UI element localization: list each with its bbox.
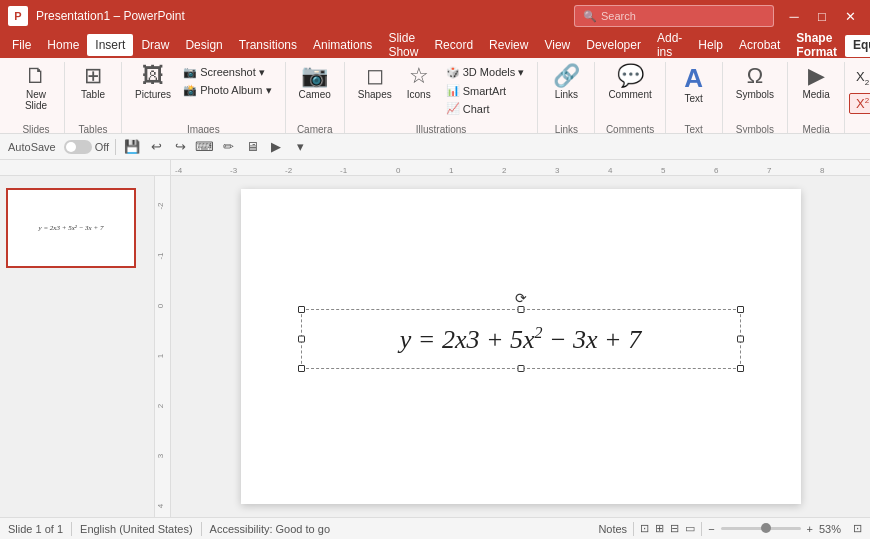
ribbon-3dmodels-button[interactable]: 🎲 3D Models ▾ [441,64,530,81]
ribbon-subscript-button[interactable]: X2 Subscript [849,66,870,90]
autosave-state: Off [95,141,109,153]
ribbon-shapes-button[interactable]: ◻ Shapes [353,62,397,122]
svg-text:-1: -1 [156,252,165,260]
menu-addins[interactable]: Add-ins [649,34,690,56]
ribbon-superscript-button[interactable]: X2 Superscript [849,93,870,114]
ribbon-media-button[interactable]: ▶ Media [796,62,836,122]
ribbon-text-button[interactable]: A Text [674,62,714,122]
menu-shapeformat[interactable]: Shape Format [788,34,845,56]
cameo-icon: 📷 [301,65,328,87]
normal-view-icon[interactable]: ⊡ [640,522,649,535]
redo-button[interactable]: ↪ [170,137,190,157]
menu-view[interactable]: View [536,34,578,56]
ribbon-cameo-button[interactable]: 📷 Cameo [294,62,336,122]
zoom-slider[interactable] [721,527,801,530]
shapes-icon: ◻ [366,65,384,87]
fit-slide-button[interactable]: ⊡ [853,522,862,535]
presenter-view-icon[interactable]: ▭ [685,522,695,535]
menu-draw[interactable]: Draw [133,34,177,56]
svg-text:5: 5 [661,166,666,175]
handle-bottom-left[interactable] [298,365,305,372]
undo-button[interactable]: ↩ [146,137,166,157]
ribbon-comments-label: Comments [606,124,654,134]
menu-review[interactable]: Review [481,34,536,56]
pen-button[interactable]: ✏ [218,137,238,157]
screen-button[interactable]: 🖥 [242,137,262,157]
handle-middle-right[interactable] [737,336,744,343]
ribbon-symbols-button[interactable]: Ω Symbols [731,62,779,122]
ribbon-smartart-button[interactable]: 📊 SmartArt [441,82,530,99]
ribbon-comment-button[interactable]: 💬 Comment [603,62,656,122]
ribbon-tables-label: Tables [79,124,108,134]
status-sep-2 [201,522,202,536]
comment-icon: 💬 [617,65,644,87]
menu-slideshow[interactable]: Slide Show [380,34,426,56]
menu-help[interactable]: Help [690,34,731,56]
ribbon-chart-button[interactable]: 📈 Chart [441,100,530,117]
accessibility-info: Accessibility: Good to go [210,523,330,535]
handle-middle-left[interactable] [298,336,305,343]
equation-box[interactable]: ⟳ y = 2x3 + 5x2 − 3x + 7 [301,309,741,369]
handle-bottom-center[interactable] [517,365,524,372]
menu-insert[interactable]: Insert [87,34,133,56]
menu-record[interactable]: Record [426,34,481,56]
search-box[interactable]: 🔍 Search [574,5,774,27]
zoom-in-button[interactable]: + [807,523,813,535]
menu-transitions[interactable]: Transitions [231,34,305,56]
menu-developer[interactable]: Developer [578,34,649,56]
handle-bottom-right[interactable] [737,365,744,372]
svg-text:2: 2 [502,166,507,175]
slide-sorter-icon[interactable]: ⊞ [655,522,664,535]
menu-design[interactable]: Design [177,34,230,56]
ribbon-icons-button[interactable]: ☆ Icons [399,62,439,122]
app-logo: P [8,6,28,26]
notes-button[interactable]: Notes [598,523,627,535]
table-icon: ⊞ [84,65,102,87]
maximize-button[interactable]: □ [810,4,834,28]
ruler-h-svg: -4 -3 -2 -1 0 1 2 3 4 5 6 7 8 [175,160,870,176]
qa-dropdown[interactable]: ▾ [290,137,310,157]
screenshot-icon: 📷 [183,66,197,79]
ribbon-media-label: Media [802,124,829,134]
menu-home[interactable]: Home [39,34,87,56]
language-info: English (United States) [80,523,193,535]
svg-text:4: 4 [156,503,165,508]
menu-bar: File Home Insert Draw Design Transitions… [0,32,870,58]
handle-top-right[interactable] [737,306,744,313]
save-button[interactable]: 💾 [122,137,142,157]
slide-canvas[interactable]: ⟳ y = 2x3 + 5x2 − 3x + 7 [241,189,801,504]
rotate-handle[interactable]: ⟳ [515,290,527,306]
ribbon-group-camera: 📷 Cameo Camera [286,62,345,134]
ribbon-table-button[interactable]: ⊞ Table [73,62,113,122]
window-title: Presentation1 – PowerPoint [36,9,574,23]
handle-top-left[interactable] [298,306,305,313]
handle-top-center[interactable] [517,306,524,313]
svg-text:3: 3 [555,166,560,175]
customize-qa-button[interactable]: ⌨ [194,137,214,157]
ribbon-slides-label: Slides [22,124,49,134]
status-sep-1 [71,522,72,536]
ribbon-screenshot-button[interactable]: 📷 Screenshot ▾ [178,64,276,81]
present-button[interactable]: ▶ [266,137,286,157]
menu-equation[interactable]: Equation [845,35,870,57]
slide-thumbnail-1[interactable]: y = 2x3 + 5x² − 3x + 7 [6,188,136,268]
svg-text:-2: -2 [285,166,293,175]
menu-file[interactable]: File [4,34,39,56]
menu-acrobat[interactable]: Acrobat [731,34,788,56]
autosave-toggle[interactable]: Off [64,140,109,154]
menu-animations[interactable]: Animations [305,34,380,56]
close-button[interactable]: ✕ [838,4,862,28]
ribbon-group-text: A Text Text [666,62,723,134]
superscript-icon: X2 [856,96,869,111]
svg-text:-2: -2 [156,202,165,210]
zoom-level[interactable]: 53% [819,523,847,535]
reading-view-icon[interactable]: ⊟ [670,522,679,535]
svg-text:6: 6 [714,166,719,175]
zoom-out-button[interactable]: − [708,523,714,535]
ribbon-photoalbum-button[interactable]: 📸 Photo Album ▾ [178,82,276,99]
ribbon-links-button[interactable]: 🔗 Links [546,62,586,122]
svg-text:8: 8 [820,166,825,175]
ribbon-newslide-button[interactable]: 🗋 NewSlide [16,62,56,122]
ribbon-pictures-button[interactable]: 🖼 Pictures [130,62,176,122]
minimize-button[interactable]: ─ [782,4,806,28]
